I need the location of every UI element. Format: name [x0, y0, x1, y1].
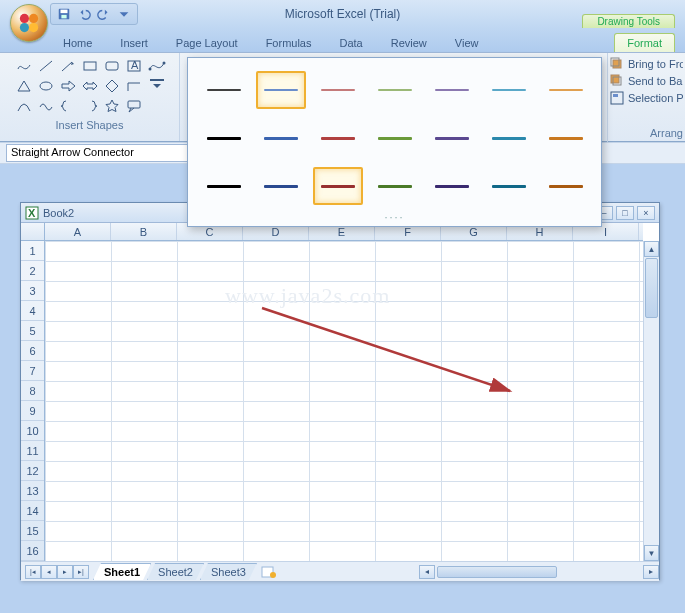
undo-icon[interactable]	[77, 7, 91, 21]
tab-page-layout[interactable]: Page Layout	[163, 33, 251, 52]
style-swatch[interactable]	[256, 167, 306, 205]
shape-callout-icon[interactable]	[124, 97, 144, 115]
tab-review[interactable]: Review	[378, 33, 440, 52]
shape-rectangle-icon[interactable]	[80, 57, 100, 75]
shape-arrow-icon[interactable]	[58, 57, 78, 75]
shape-style-gallery[interactable]	[187, 57, 602, 227]
shape-diamond-icon[interactable]	[102, 77, 122, 95]
row-headers[interactable]: 12345678910111213141516	[21, 241, 45, 561]
tab-view[interactable]: View	[442, 33, 492, 52]
row-header[interactable]: 3	[21, 281, 44, 301]
style-swatch[interactable]	[370, 71, 420, 109]
tab-home[interactable]: Home	[50, 33, 105, 52]
style-swatch[interactable]	[313, 167, 363, 205]
style-swatch[interactable]	[256, 71, 306, 109]
row-header[interactable]: 2	[21, 261, 44, 281]
style-swatch[interactable]	[427, 167, 477, 205]
shapes-more-icon[interactable]	[148, 77, 166, 91]
sheet-tab[interactable]: Sheet2	[147, 563, 204, 580]
tab-formulas[interactable]: Formulas	[253, 33, 325, 52]
row-header[interactable]: 15	[21, 521, 44, 541]
send-to-back-button[interactable]: Send to Bac	[610, 74, 683, 88]
vertical-scrollbar[interactable]: ▲ ▼	[643, 241, 659, 561]
style-swatch[interactable]	[541, 71, 591, 109]
scroll-up-button[interactable]: ▲	[644, 241, 659, 257]
select-all-cell[interactable]	[21, 223, 45, 241]
row-header[interactable]: 9	[21, 401, 44, 421]
row-header[interactable]: 8	[21, 381, 44, 401]
style-swatch[interactable]	[199, 119, 249, 157]
shape-rounded-rect-icon[interactable]	[102, 57, 122, 75]
scroll-down-button[interactable]: ▼	[644, 545, 659, 561]
maximize-button[interactable]: □	[616, 206, 634, 220]
row-header[interactable]: 11	[21, 441, 44, 461]
style-swatch[interactable]	[256, 119, 306, 157]
cell-grid[interactable]: www.java2s.com	[45, 241, 643, 561]
straight-arrow-connector-shape[interactable]	[260, 306, 520, 406]
row-header[interactable]: 5	[21, 321, 44, 341]
style-swatch[interactable]	[484, 119, 534, 157]
shapes-gallery[interactable]: A	[14, 57, 144, 115]
close-button[interactable]: ×	[637, 206, 655, 220]
style-swatch[interactable]	[541, 119, 591, 157]
shape-oval-icon[interactable]	[36, 77, 56, 95]
style-swatch[interactable]	[484, 167, 534, 205]
shape-wave-icon[interactable]	[36, 97, 56, 115]
office-button[interactable]	[10, 4, 48, 42]
row-header[interactable]: 10	[21, 421, 44, 441]
hscroll-thumb[interactable]	[437, 566, 557, 578]
row-header[interactable]: 12	[21, 461, 44, 481]
style-swatch[interactable]	[427, 119, 477, 157]
gallery-resize-grip[interactable]	[384, 213, 404, 221]
shape-elbow-icon[interactable]	[124, 77, 144, 95]
sheet-nav-first-icon[interactable]: |◂	[25, 565, 41, 579]
row-header[interactable]: 16	[21, 541, 44, 561]
style-swatch[interactable]	[370, 167, 420, 205]
shape-brace-icon[interactable]	[58, 97, 78, 115]
row-header[interactable]: 14	[21, 501, 44, 521]
edit-shape-icon[interactable]	[148, 57, 166, 75]
sheet-tab[interactable]: Sheet3	[200, 563, 257, 580]
sheet-nav-last-icon[interactable]: ▸|	[73, 565, 89, 579]
shape-bracket-icon[interactable]	[80, 97, 100, 115]
row-header[interactable]: 7	[21, 361, 44, 381]
vscroll-thumb[interactable]	[645, 258, 658, 318]
style-swatch[interactable]	[484, 71, 534, 109]
column-header[interactable]: B	[111, 223, 177, 240]
selection-pane-button[interactable]: Selection Pa	[610, 91, 683, 105]
style-swatch[interactable]	[313, 119, 363, 157]
shape-textbox-icon[interactable]: A	[124, 57, 144, 75]
shape-star-icon[interactable]	[102, 97, 122, 115]
shape-triangle-icon[interactable]	[14, 77, 34, 95]
style-swatch[interactable]	[199, 167, 249, 205]
row-header[interactable]: 6	[21, 341, 44, 361]
shape-double-arrow-icon[interactable]	[80, 77, 100, 95]
style-swatch[interactable]	[541, 167, 591, 205]
shape-scribble-icon[interactable]	[14, 57, 34, 75]
style-swatch[interactable]	[199, 71, 249, 109]
shape-line-icon[interactable]	[36, 57, 56, 75]
bring-to-front-button[interactable]: Bring to Fro	[610, 57, 683, 71]
save-icon[interactable]	[57, 7, 71, 21]
tab-insert[interactable]: Insert	[107, 33, 161, 52]
sheet-tab[interactable]: Sheet1	[93, 563, 151, 580]
row-header[interactable]: 13	[21, 481, 44, 501]
shape-right-arrow-icon[interactable]	[58, 77, 78, 95]
tab-format[interactable]: Format	[614, 33, 675, 52]
column-header[interactable]: A	[45, 223, 111, 240]
row-header[interactable]: 1	[21, 241, 44, 261]
horizontal-scrollbar[interactable]: ◂ ▸	[419, 564, 659, 580]
style-swatch[interactable]	[427, 71, 477, 109]
redo-icon[interactable]	[97, 7, 111, 21]
insert-sheet-button[interactable]	[259, 565, 279, 579]
qat-customize-icon[interactable]	[117, 7, 131, 21]
sheet-nav-next-icon[interactable]: ▸	[57, 565, 73, 579]
tab-data[interactable]: Data	[326, 33, 375, 52]
style-swatch[interactable]	[370, 119, 420, 157]
style-swatch[interactable]	[313, 71, 363, 109]
row-header[interactable]: 4	[21, 301, 44, 321]
scroll-left-button[interactable]: ◂	[419, 565, 435, 579]
sheet-nav-prev-icon[interactable]: ◂	[41, 565, 57, 579]
shape-curve-icon[interactable]	[14, 97, 34, 115]
scroll-right-button[interactable]: ▸	[643, 565, 659, 579]
